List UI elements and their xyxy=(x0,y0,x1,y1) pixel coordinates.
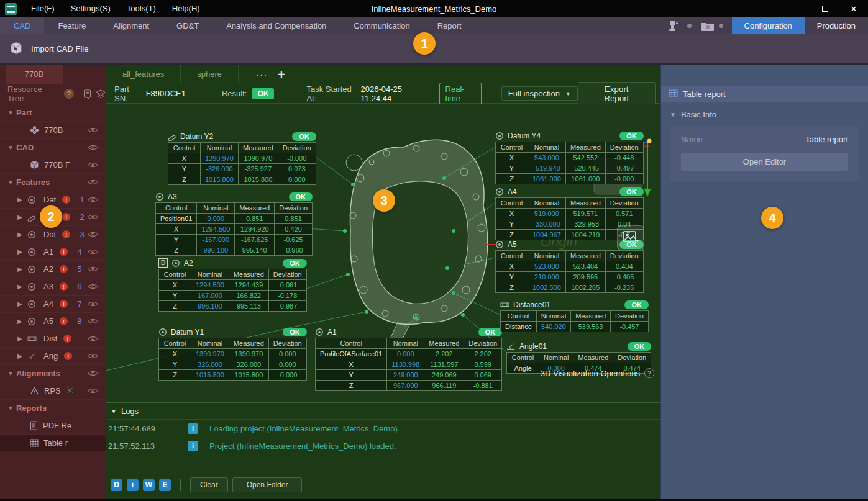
feature-label: Dat xyxy=(43,230,56,239)
clear-logs-button[interactable]: Clear xyxy=(190,477,228,492)
visibility-eye-icon[interactable] xyxy=(88,248,98,255)
log-level-toggle-i[interactable]: i xyxy=(127,479,139,491)
tab-alignment[interactable]: Alignment xyxy=(99,17,163,34)
visibility-eye-icon[interactable] xyxy=(88,370,98,377)
expand-icon[interactable]: ▶ xyxy=(17,353,27,359)
add-snapshot-icon[interactable] xyxy=(617,225,644,250)
camera-folder-icon[interactable] xyxy=(700,20,715,32)
tree-feature-a3[interactable]: ▶A3!6 xyxy=(0,278,106,296)
tree-feature-a1[interactable]: ▶A1!4 xyxy=(0,243,106,261)
collapse-icon[interactable]: ▼ xyxy=(7,179,16,186)
report-list-icon[interactable] xyxy=(83,89,91,99)
production-button[interactable]: Production xyxy=(805,17,868,34)
tree-item-rps[interactable]: RPS xyxy=(0,382,106,400)
menu-file-f[interactable]: File(F) xyxy=(23,4,63,13)
close-button[interactable]: ✕ xyxy=(839,0,868,17)
inspection-dropdown[interactable]: Full inspection ▼ xyxy=(501,86,578,101)
visibility-eye-icon[interactable] xyxy=(88,231,98,238)
configuration-button[interactable]: Configuration xyxy=(732,17,805,34)
item-label: Table r xyxy=(43,438,68,448)
tree-feature-a2[interactable]: ▶A2!5 xyxy=(0,261,106,278)
tree-feature-ang[interactable]: ▶Ang! xyxy=(0,348,106,365)
tree-section-part[interactable]: ▼Part xyxy=(0,104,106,122)
tree-feature-a5[interactable]: ▶A5!8 xyxy=(0,313,106,330)
visibility-eye-icon[interactable] xyxy=(88,318,98,325)
tree-feature-dat[interactable]: ▶Dat!3 xyxy=(0,226,106,243)
log-level-toggle-e[interactable]: E xyxy=(159,479,171,491)
expand-icon[interactable]: ▶ xyxy=(17,196,27,203)
maximize-button[interactable] xyxy=(811,0,839,17)
visibility-eye-icon[interactable] xyxy=(88,179,98,186)
robot-arm-icon[interactable] xyxy=(669,20,683,32)
doc-tabs-more-icon[interactable]: ··· xyxy=(256,70,268,79)
visibility-eye-icon[interactable] xyxy=(88,161,98,168)
collapse-icon[interactable]: ▼ xyxy=(7,109,16,116)
sidebar-tabrow: 770B xyxy=(0,65,106,84)
tree-section-features[interactable]: ▼Features xyxy=(0,174,106,191)
status-badge: OK xyxy=(478,328,503,336)
menu-tools-t[interactable]: Tools(T) xyxy=(119,4,164,13)
expand-icon[interactable]: ▶ xyxy=(17,231,27,238)
menu-settings-s[interactable]: Settings(S) xyxy=(63,4,119,13)
basic-info-section[interactable]: ▼ Basic Info xyxy=(661,105,868,124)
visibility-eye-icon[interactable] xyxy=(88,283,98,290)
log-level-toggle-d[interactable]: D xyxy=(111,479,122,491)
visibility-eye-icon[interactable] xyxy=(88,144,98,151)
visibility-eye-icon[interactable] xyxy=(88,387,98,394)
expand-icon[interactable]: ▶ xyxy=(17,283,27,290)
circle-icon xyxy=(495,187,504,196)
visibility-eye-icon[interactable] xyxy=(88,335,98,342)
realtime-badge[interactable]: Real-time xyxy=(439,83,482,105)
resource-tree: ▼Part770B▼CAD770B F▼Features▶Dat!1▶Dat!2… xyxy=(0,104,106,499)
export-report-button[interactable]: Export Report xyxy=(578,82,656,106)
tree-feature-dist[interactable]: ▶Dist! xyxy=(0,330,106,348)
minimize-button[interactable] xyxy=(782,0,811,17)
log-level-toggle-w[interactable]: W xyxy=(143,479,155,491)
feature-number: 2 xyxy=(78,212,86,222)
doc-tab-770b[interactable]: 770B xyxy=(6,65,63,84)
name-label: Name xyxy=(681,135,703,144)
3d-viewport[interactable]: TOP Origin Datum Y2OKControlNominalMeasu… xyxy=(106,104,660,402)
visibility-eye-icon[interactable] xyxy=(88,214,98,220)
layers-icon[interactable] xyxy=(96,89,106,99)
tab-report[interactable]: Report xyxy=(424,17,475,34)
expand-icon[interactable]: ▶ xyxy=(17,214,27,220)
tab-feature[interactable]: Feature xyxy=(44,17,99,34)
open-folder-button[interactable]: Open Folder xyxy=(232,477,303,492)
viz-help-icon[interactable]: ? xyxy=(644,368,654,378)
collapse-icon[interactable]: ▼ xyxy=(7,370,16,377)
expand-icon[interactable]: ▶ xyxy=(17,266,27,273)
visibility-eye-icon[interactable] xyxy=(88,196,98,203)
collapse-icon[interactable]: ▼ xyxy=(7,144,16,151)
tree-section-alignments[interactable]: ▼Alignments xyxy=(0,365,106,382)
add-tab-button[interactable]: + xyxy=(278,68,285,82)
logs-header[interactable]: ▼ Logs xyxy=(106,403,660,420)
visibility-eye-icon[interactable] xyxy=(88,127,98,133)
expand-icon[interactable]: ▶ xyxy=(17,300,27,307)
visibility-eye-icon[interactable] xyxy=(88,353,98,359)
tree-item-table-r[interactable]: Table r xyxy=(0,435,106,452)
tab-analysis-and-compensation[interactable]: Analysis and Compensation xyxy=(212,17,340,34)
tree-item-pdf-re[interactable]: PDF Re xyxy=(0,417,106,435)
tab-cad[interactable]: CAD xyxy=(0,17,44,34)
tree-item-770b[interactable]: 770B xyxy=(0,122,106,139)
expand-icon[interactable]: ▶ xyxy=(17,248,27,255)
expand-icon[interactable]: ▶ xyxy=(17,335,27,342)
tree-section-reports[interactable]: ▼Reports xyxy=(0,400,106,417)
collapse-icon[interactable]: ▼ xyxy=(7,405,16,412)
table-report-title: Table report xyxy=(683,89,726,99)
tree-section-cad[interactable]: ▼CAD xyxy=(0,139,106,156)
tab-communication[interactable]: Communication xyxy=(340,17,423,34)
tree-item-770b-f[interactable]: 770B F xyxy=(0,156,106,174)
import-cad-button[interactable]: Import CAD File xyxy=(7,39,88,58)
tree-feature-a4[interactable]: ▶A4!7 xyxy=(0,296,106,313)
doc-tab-sphere[interactable]: sphere xyxy=(181,65,239,84)
open-editor-button[interactable]: Open Editor xyxy=(681,153,848,171)
visibility-eye-icon[interactable] xyxy=(88,266,98,273)
help-icon[interactable]: ? xyxy=(64,89,74,99)
tab-gd-t[interactable]: GD&T xyxy=(163,17,212,34)
menu-help-h[interactable]: Help(H) xyxy=(164,4,208,13)
doc-tab-all-features[interactable]: all_features xyxy=(106,65,181,84)
expand-icon[interactable]: ▶ xyxy=(17,318,27,325)
visibility-eye-icon[interactable] xyxy=(88,300,98,307)
